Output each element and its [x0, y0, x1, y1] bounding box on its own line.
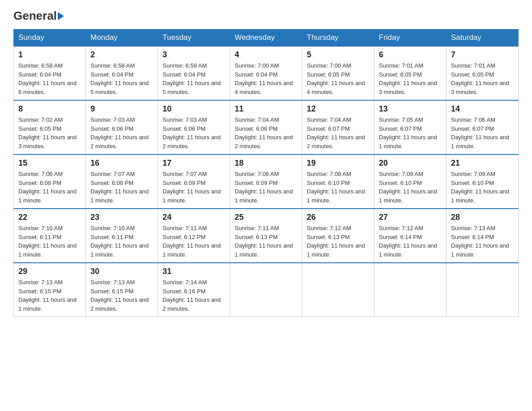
day-number: 20: [379, 158, 442, 168]
calendar-cell: 1Sunrise: 6:58 AMSunset: 6:04 PMDaylight…: [14, 46, 86, 100]
day-number: 12: [307, 104, 369, 114]
day-number: 2: [90, 50, 153, 60]
calendar-cell: 10Sunrise: 7:03 AMSunset: 6:06 PMDayligh…: [158, 100, 230, 154]
day-number: 30: [90, 267, 153, 276]
calendar-cell: 17Sunrise: 7:07 AMSunset: 6:09 PMDayligh…: [158, 154, 230, 209]
day-number: 31: [163, 267, 225, 276]
day-number: 19: [307, 158, 369, 168]
day-number: 21: [451, 158, 514, 168]
day-info: Sunrise: 7:09 AMSunset: 6:10 PMDaylight:…: [379, 170, 442, 205]
day-info: Sunrise: 7:03 AMSunset: 6:06 PMDaylight:…: [90, 116, 153, 150]
day-number: 7: [451, 50, 514, 60]
day-info: Sunrise: 7:06 AMSunset: 6:08 PMDaylight:…: [18, 170, 81, 205]
day-info: Sunrise: 7:11 AMSunset: 6:12 PMDaylight:…: [163, 224, 225, 259]
logo-arrow-icon: [58, 12, 64, 20]
day-number: 14: [451, 104, 514, 114]
day-info: Sunrise: 7:13 AMSunset: 6:15 PMDaylight:…: [90, 278, 153, 313]
weekday-header-tuesday: Tuesday: [158, 30, 230, 47]
calendar-cell: [446, 263, 519, 317]
calendar-cell: 24Sunrise: 7:11 AMSunset: 6:12 PMDayligh…: [158, 209, 230, 263]
calendar-cell: [374, 263, 446, 317]
day-info: Sunrise: 7:02 AMSunset: 6:05 PMDaylight:…: [18, 116, 81, 150]
calendar-cell: 20Sunrise: 7:09 AMSunset: 6:10 PMDayligh…: [374, 154, 446, 209]
calendar-cell: 16Sunrise: 7:07 AMSunset: 6:08 PMDayligh…: [86, 154, 158, 209]
day-info: Sunrise: 7:13 AMSunset: 6:15 PMDaylight:…: [18, 278, 81, 313]
day-info: Sunrise: 7:06 AMSunset: 6:07 PMDaylight:…: [451, 116, 514, 150]
day-info: Sunrise: 7:14 AMSunset: 6:16 PMDaylight:…: [163, 278, 225, 313]
calendar-cell: 27Sunrise: 7:12 AMSunset: 6:14 PMDayligh…: [374, 209, 446, 263]
day-number: 6: [379, 50, 442, 60]
calendar-cell: 7Sunrise: 7:01 AMSunset: 6:05 PMDaylight…: [446, 46, 519, 100]
calendar-cell: 22Sunrise: 7:10 AMSunset: 6:11 PMDayligh…: [14, 209, 86, 263]
week-row-4: 22Sunrise: 7:10 AMSunset: 6:11 PMDayligh…: [14, 209, 519, 263]
day-number: 15: [18, 158, 81, 168]
calendar-cell: 14Sunrise: 7:06 AMSunset: 6:07 PMDayligh…: [446, 100, 519, 154]
day-info: Sunrise: 7:12 AMSunset: 6:14 PMDaylight:…: [379, 224, 442, 259]
day-info: Sunrise: 7:08 AMSunset: 6:10 PMDaylight:…: [307, 170, 369, 205]
day-info: Sunrise: 7:00 AMSunset: 6:05 PMDaylight:…: [307, 61, 369, 96]
logo-general: General: [13, 9, 57, 23]
calendar-cell: 13Sunrise: 7:05 AMSunset: 6:07 PMDayligh…: [374, 100, 446, 154]
day-info: Sunrise: 7:01 AMSunset: 6:05 PMDaylight:…: [451, 61, 514, 96]
weekday-header-friday: Friday: [374, 30, 446, 47]
day-number: 24: [163, 213, 225, 222]
day-number: 17: [163, 158, 225, 168]
day-number: 9: [90, 104, 153, 114]
calendar-cell: 18Sunrise: 7:08 AMSunset: 6:09 PMDayligh…: [230, 154, 302, 209]
calendar-cell: 6Sunrise: 7:01 AMSunset: 6:05 PMDaylight…: [374, 46, 446, 100]
calendar-cell: 25Sunrise: 7:11 AMSunset: 6:13 PMDayligh…: [230, 209, 302, 263]
calendar-table: SundayMondayTuesdayWednesdayThursdayFrid…: [13, 29, 519, 317]
day-info: Sunrise: 7:07 AMSunset: 6:08 PMDaylight:…: [90, 170, 153, 205]
day-info: Sunrise: 7:10 AMSunset: 6:11 PMDaylight:…: [18, 224, 81, 259]
calendar-cell: 19Sunrise: 7:08 AMSunset: 6:10 PMDayligh…: [302, 154, 374, 209]
day-number: 3: [163, 50, 225, 60]
weekday-header-wednesday: Wednesday: [230, 30, 302, 47]
calendar-cell: 23Sunrise: 7:10 AMSunset: 6:11 PMDayligh…: [86, 209, 158, 263]
day-number: 10: [163, 104, 225, 114]
day-info: Sunrise: 7:00 AMSunset: 6:04 PMDaylight:…: [235, 61, 297, 96]
calendar-cell: 9Sunrise: 7:03 AMSunset: 6:06 PMDaylight…: [86, 100, 158, 154]
day-info: Sunrise: 6:58 AMSunset: 6:04 PMDaylight:…: [90, 61, 153, 96]
calendar-cell: 15Sunrise: 7:06 AMSunset: 6:08 PMDayligh…: [14, 154, 86, 209]
weekday-header-thursday: Thursday: [302, 30, 374, 47]
day-info: Sunrise: 6:59 AMSunset: 6:04 PMDaylight:…: [163, 61, 225, 96]
day-info: Sunrise: 7:10 AMSunset: 6:11 PMDaylight:…: [90, 224, 153, 259]
weekday-header-saturday: Saturday: [446, 30, 519, 47]
calendar-cell: 31Sunrise: 7:14 AMSunset: 6:16 PMDayligh…: [158, 263, 230, 317]
day-number: 11: [235, 104, 297, 114]
day-number: 16: [90, 158, 153, 168]
calendar-cell: 12Sunrise: 7:04 AMSunset: 6:07 PMDayligh…: [302, 100, 374, 154]
calendar-cell: 21Sunrise: 7:09 AMSunset: 6:10 PMDayligh…: [446, 154, 519, 209]
weekday-header-sunday: Sunday: [14, 30, 86, 47]
day-number: 8: [18, 104, 81, 114]
calendar-cell: [302, 263, 374, 317]
day-info: Sunrise: 7:09 AMSunset: 6:10 PMDaylight:…: [451, 170, 514, 205]
day-info: Sunrise: 7:08 AMSunset: 6:09 PMDaylight:…: [235, 170, 297, 205]
day-number: 29: [18, 267, 81, 276]
week-row-2: 8Sunrise: 7:02 AMSunset: 6:05 PMDaylight…: [14, 100, 519, 154]
calendar-cell: 8Sunrise: 7:02 AMSunset: 6:05 PMDaylight…: [14, 100, 86, 154]
day-info: Sunrise: 7:05 AMSunset: 6:07 PMDaylight:…: [379, 116, 442, 150]
day-number: 22: [18, 213, 81, 222]
weekday-header-monday: Monday: [86, 30, 158, 47]
week-row-1: 1Sunrise: 6:58 AMSunset: 6:04 PMDaylight…: [14, 46, 519, 100]
day-number: 28: [451, 213, 514, 222]
logo: General: [13, 9, 65, 21]
calendar-cell: 4Sunrise: 7:00 AMSunset: 6:04 PMDaylight…: [230, 46, 302, 100]
calendar-cell: 5Sunrise: 7:00 AMSunset: 6:05 PMDaylight…: [302, 46, 374, 100]
calendar-cell: 26Sunrise: 7:12 AMSunset: 6:13 PMDayligh…: [302, 209, 374, 263]
day-info: Sunrise: 6:58 AMSunset: 6:04 PMDaylight:…: [18, 61, 81, 96]
day-number: 23: [90, 213, 153, 222]
day-info: Sunrise: 7:07 AMSunset: 6:09 PMDaylight:…: [163, 170, 225, 205]
day-info: Sunrise: 7:13 AMSunset: 6:14 PMDaylight:…: [451, 224, 514, 259]
calendar-cell: 2Sunrise: 6:58 AMSunset: 6:04 PMDaylight…: [86, 46, 158, 100]
weekday-header-row: SundayMondayTuesdayWednesdayThursdayFrid…: [14, 30, 519, 47]
week-row-5: 29Sunrise: 7:13 AMSunset: 6:15 PMDayligh…: [14, 263, 519, 317]
calendar-cell: 30Sunrise: 7:13 AMSunset: 6:15 PMDayligh…: [86, 263, 158, 317]
day-number: 18: [235, 158, 297, 168]
calendar-cell: 29Sunrise: 7:13 AMSunset: 6:15 PMDayligh…: [14, 263, 86, 317]
week-row-3: 15Sunrise: 7:06 AMSunset: 6:08 PMDayligh…: [14, 154, 519, 209]
calendar-cell: 3Sunrise: 6:59 AMSunset: 6:04 PMDaylight…: [158, 46, 230, 100]
day-number: 27: [379, 213, 442, 222]
page-header: General: [13, 9, 519, 21]
